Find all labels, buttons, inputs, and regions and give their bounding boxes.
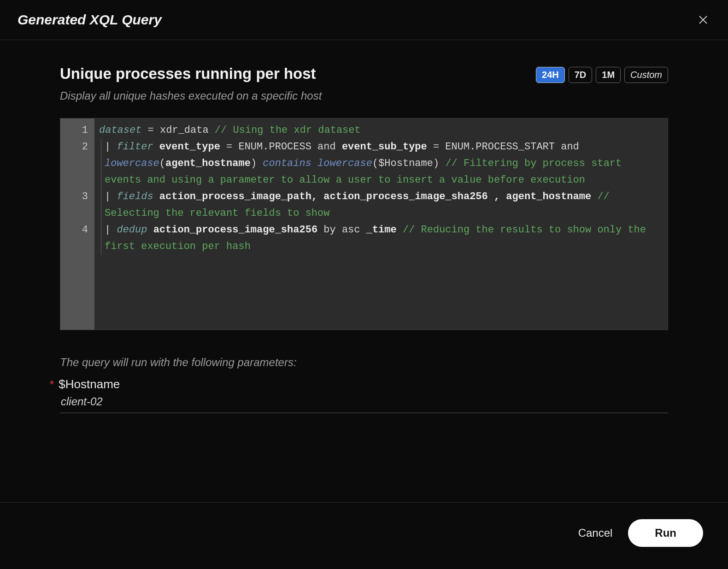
query-description: Display all unique hashes executed on a … xyxy=(60,89,668,102)
required-indicator-icon: * xyxy=(50,379,54,390)
modal-root: Generated XQL Query Unique processes run… xyxy=(0,0,728,569)
close-icon xyxy=(698,14,709,25)
code-comment: // Using the xdr dataset xyxy=(215,124,361,136)
param-row: * $Hostname xyxy=(60,377,668,413)
range-7d-button[interactable]: 7D xyxy=(569,67,593,83)
params-section: The query will run with the following pa… xyxy=(60,356,668,413)
run-button[interactable]: Run xyxy=(628,519,703,547)
modal-header: Generated XQL Query xyxy=(0,0,728,40)
close-button[interactable] xyxy=(696,12,710,27)
fn-lowercase: lowercase xyxy=(105,158,159,169)
code-line-4: | dedup action_process_image_sha256 by a… xyxy=(99,222,662,255)
fn-lowercase-2: lowercase xyxy=(317,158,372,169)
param-name: $Hostname xyxy=(59,377,120,391)
modal-footer: Cancel Run xyxy=(0,502,728,569)
range-custom-button[interactable]: Custom xyxy=(624,67,668,83)
keyword-filter: filter xyxy=(117,141,153,153)
code-content[interactable]: dataset = xdr_data // Using the xdr data… xyxy=(94,119,668,330)
hostname-field[interactable] xyxy=(60,391,668,413)
keyword-fields: fields xyxy=(117,191,153,202)
code-editor[interactable]: 1 2 3 4 dataset = xdr_data // Using the … xyxy=(60,118,668,330)
range-24h-button[interactable]: 24H xyxy=(536,67,565,83)
modal-title: Generated XQL Query xyxy=(18,12,162,28)
range-1m-button[interactable]: 1M xyxy=(596,67,621,83)
time-range-group: 24H 7D 1M Custom xyxy=(536,67,668,83)
params-intro: The query will run with the following pa… xyxy=(60,356,668,369)
code-gutter: 1 2 3 4 xyxy=(60,119,94,330)
body-head: Unique processes running per host 24H 7D… xyxy=(60,65,668,83)
keyword-dataset: dataset xyxy=(99,124,141,136)
code-line-1: dataset = xdr_data // Using the xdr data… xyxy=(99,122,662,139)
cancel-button[interactable]: Cancel xyxy=(578,527,613,539)
code-line-2: | filter event_type = ENUM.PROCESS and e… xyxy=(99,139,662,189)
modal-body: Unique processes running per host 24H 7D… xyxy=(0,40,728,502)
indent-guide xyxy=(101,139,101,189)
indent-guide xyxy=(101,189,101,222)
code-line-3: | fields action_process_image_path, acti… xyxy=(99,189,662,222)
query-name: Unique processes running per host xyxy=(60,65,316,83)
keyword-dedup: dedup xyxy=(117,224,147,236)
fn-contains: contains xyxy=(263,158,311,169)
indent-guide xyxy=(101,222,101,255)
